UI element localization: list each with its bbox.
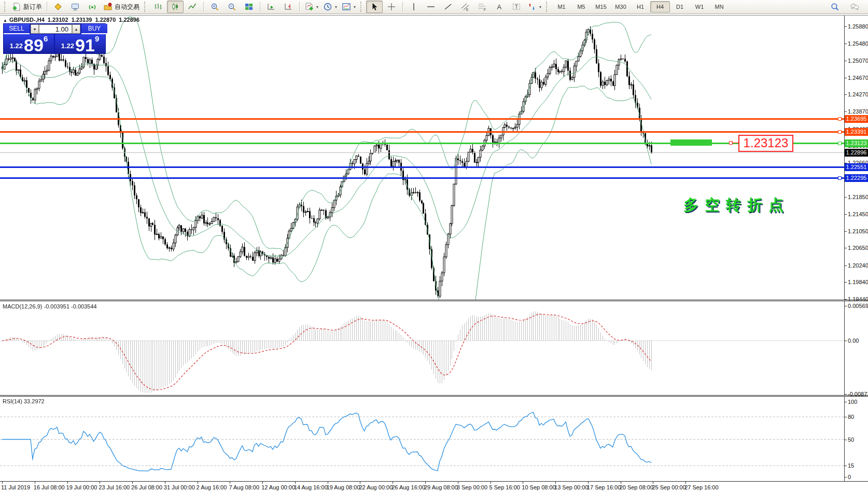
collapse-arrow-icon[interactable]: ▲ (3, 18, 7, 23)
timeframe-H4[interactable]: H4 (650, 1, 670, 12)
green-highlight-rectangle[interactable] (670, 139, 712, 146)
price-callout-label[interactable]: 1.23123 (738, 135, 793, 152)
crosshair-tool-button[interactable] (383, 1, 400, 13)
new-order-button[interactable]: 新订单 (10, 1, 44, 13)
buy-price[interactable]: 1.22 91 9 (55, 34, 105, 53)
auto-trading-button[interactable]: 自动交易 (101, 1, 142, 13)
buy-button[interactable]: BUY (81, 24, 107, 34)
bar-chart-mode-button[interactable] (150, 1, 166, 13)
macd-panel-canvas[interactable] (0, 301, 844, 395)
cursor-tool-button[interactable] (366, 1, 383, 13)
timeframe-D1[interactable]: D1 (670, 1, 690, 12)
candlestick-mode-button[interactable] (167, 1, 184, 13)
trade-panel-controls: SELL ▼ ▲ BUY (4, 24, 105, 34)
trendline-tool-button[interactable] (440, 1, 456, 13)
time-axis[interactable]: 11 Jul 201916 Jul 08:0019 Jul 00:0023 Ju… (0, 481, 868, 492)
symbol-header[interactable]: ▲GBPUSD-,H4 1.23102 1.23139 1.22870 1.22… (3, 17, 141, 23)
timeframe-W1[interactable]: W1 (690, 1, 709, 12)
sell-button[interactable]: SELL (4, 24, 30, 34)
vertical-line-icon (409, 2, 418, 11)
text-tool-button[interactable]: A (491, 1, 508, 13)
time-tick (653, 482, 653, 484)
time-tick (230, 482, 230, 484)
level-anchor[interactable] (838, 130, 842, 134)
toolbar-drag-handle[interactable] (4, 2, 7, 12)
tile-windows-button[interactable] (241, 1, 257, 13)
signals-button[interactable] (84, 1, 101, 13)
price-tick: 1.21850 (844, 194, 868, 200)
vertical-line-tool-button[interactable] (405, 1, 422, 13)
market-watch-button[interactable] (67, 1, 83, 13)
channel-tool-button[interactable]: E (457, 1, 473, 13)
price-tick: 1.24670 (844, 75, 868, 81)
level-anchor[interactable] (838, 142, 842, 145)
time-label: 3 Sep 00:00 (457, 484, 487, 490)
new-order-label: 新订单 (23, 3, 42, 11)
chat-button[interactable] (846, 1, 863, 13)
time-tick (685, 482, 686, 484)
time-tick (328, 482, 328, 484)
timeframe-M30[interactable]: M30 (611, 1, 631, 12)
sell-price[interactable]: 1.22 89 6 (4, 34, 54, 53)
zoom-in-button[interactable] (206, 1, 223, 13)
volume-increase-button[interactable]: ▲ (72, 24, 80, 34)
price-tick: 1.19440 (844, 296, 868, 302)
time-label: 2 Aug 16:00 (197, 484, 227, 490)
chart-shift-button[interactable] (280, 1, 297, 13)
timeframe-M5[interactable]: M5 (571, 1, 591, 12)
timeframe-M15[interactable]: M15 (591, 1, 611, 12)
level-anchor[interactable] (838, 176, 842, 180)
price-axis[interactable]: 1.258801.254801.250701.246701.242701.238… (844, 16, 868, 481)
callout-connector (732, 143, 738, 143)
price-badge-1.23695: 1.23695 (845, 115, 868, 123)
horizontal-line-tool-button[interactable] (423, 1, 439, 13)
clock-icon (323, 2, 332, 11)
auto-trading-icon (103, 2, 113, 11)
horizontal-level-line-1.22551[interactable] (0, 166, 844, 168)
channel-icon: E (460, 2, 470, 11)
fibonacci-tool-button[interactable]: F (474, 1, 491, 13)
zoom-out-button[interactable] (223, 1, 240, 13)
line-chart-mode-button[interactable] (184, 1, 201, 13)
horizontal-level-line-1.23123[interactable] (0, 143, 844, 144)
buy-price-main: 91 (75, 38, 95, 52)
text-a-icon: A (495, 2, 504, 11)
horizontal-level-line-1.22295[interactable] (0, 177, 844, 179)
templates-button[interactable]: ▾ (340, 1, 358, 13)
label-tool-button[interactable]: T (508, 1, 525, 13)
rsi-panel-canvas[interactable] (0, 397, 844, 481)
periods-button[interactable]: ▾ (321, 1, 339, 13)
auto-scroll-button[interactable] (263, 1, 279, 13)
horizontal-level-line-1.23695[interactable] (0, 118, 844, 120)
dropdown-caret: ▾ (354, 5, 356, 9)
time-tick (555, 482, 556, 484)
toolbar-drag-handle[interactable] (144, 2, 147, 12)
price-tick: 1.25880 (844, 23, 868, 30)
price-tick: 1.21050 (844, 228, 868, 234)
volume-input[interactable] (39, 24, 72, 34)
profiles-button[interactable] (50, 1, 66, 13)
volume-decrease-button[interactable]: ▼ (31, 24, 39, 34)
arrows-tool-button[interactable]: ▾ (525, 1, 543, 13)
toolbar-drag-handle[interactable] (546, 2, 549, 12)
panel-divider[interactable] (0, 395, 868, 397)
toolbar-drag-handle[interactable] (360, 2, 363, 12)
separator (203, 2, 204, 12)
horizontal-level-line-1.23391[interactable] (0, 131, 844, 133)
search-button[interactable] (827, 1, 843, 13)
main-chart-canvas[interactable] (0, 16, 844, 300)
dropdown-caret: ▾ (335, 5, 337, 9)
panel-divider[interactable] (0, 300, 868, 301)
timeframe-M1[interactable]: M1 (552, 1, 571, 12)
ohlc-close: 1.22896 (119, 17, 139, 23)
timeframe-H1[interactable]: H1 (631, 1, 650, 12)
indicators-button[interactable]: ▾ (302, 1, 320, 13)
time-label: 7 Aug 08:00 (229, 484, 259, 490)
chinese-annotation[interactable]: 多空转折点 (683, 195, 790, 216)
timeframe-MN[interactable]: MN (709, 1, 729, 12)
time-tick (165, 482, 165, 484)
level-anchor[interactable] (838, 117, 842, 121)
horizontal-level-line-1.22896[interactable] (0, 152, 844, 153)
mt4-window: 新订单 自动交易 ▾ ▾ ▾ E F A T ▾ (0, 0, 868, 492)
cursor-icon (370, 2, 379, 11)
